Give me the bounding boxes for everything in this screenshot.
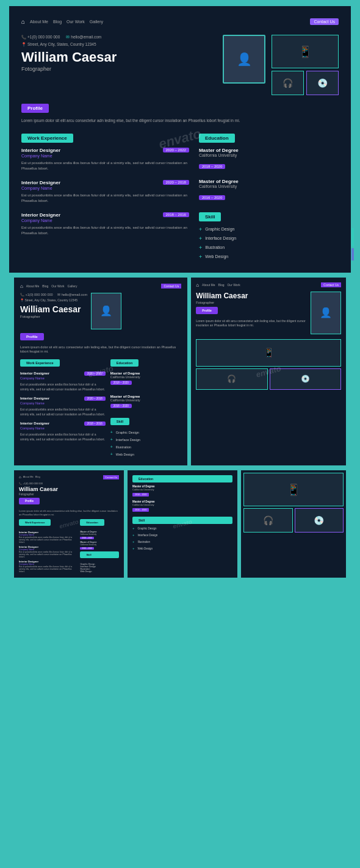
- small-card-2: envato Education Master of Degree Califo…: [128, 470, 237, 578]
- job-desc-3: Est ut possidunbitis ance andia illos bo…: [21, 225, 189, 236]
- deco-row: 🎧 💿: [272, 71, 339, 95]
- med-left-header: 📞 +1(0) 000 000 000 ✉ hello@email.com 📍 …: [20, 293, 181, 329]
- med-skill-3: +Illustration: [110, 445, 181, 449]
- sm2-skill-4: +Web Design: [132, 547, 232, 550]
- email-info: ✉hello@email.com: [66, 35, 101, 40]
- job-title-3: Interior Designer: [21, 212, 60, 218]
- home-icon[interactable]: ⌂: [21, 18, 25, 25]
- skill-3: +Illustration: [199, 245, 339, 251]
- edu-date-1: 2018 – 2020: [199, 164, 225, 169]
- phone-info: 📞+1(0) 000 000 000: [21, 35, 60, 40]
- med-edu-1: Master of Degree California University 2…: [110, 371, 181, 389]
- small-card-1: envato ⌂ About Me Blog Contact Us 📞 +1(0…: [14, 470, 124, 578]
- sm3-deco-1: 📱: [243, 473, 344, 506]
- nav-bar: ⌂ About Me Blog Our Work Gallery Contact…: [21, 16, 339, 27]
- nav-item-ourwork[interactable]: Our Work: [67, 20, 85, 24]
- med-edu-label: Education: [110, 359, 139, 367]
- person-subtitle: Fotographer: [21, 66, 217, 72]
- sm3-deco-3: 💿: [295, 508, 344, 533]
- right-card-text: William Caesar Fotographer Profile Lorem…: [196, 292, 307, 334]
- job-date-1: 2020 – 2022: [163, 148, 189, 152]
- edu-date-2: 2016 – 2020: [199, 195, 225, 200]
- med-skill-label: Skill: [110, 418, 129, 425]
- right-profile-label: Profile: [196, 307, 218, 314]
- med-edu-2: Master of Degree California University 2…: [110, 395, 181, 412]
- sm1-cols: Work Experience Interior Designer Compan…: [19, 519, 119, 573]
- job-desc-1: Est ut possidunbitis ance andia illos bo…: [21, 160, 189, 171]
- med-job-3: Interior Designer 2018 – 2016 Company Na…: [20, 421, 106, 442]
- main-resume-card: envato ⌂ About Me Blog Our Work Gallery …: [9, 6, 351, 273]
- deco-box-2: 🎧: [272, 71, 304, 95]
- nav-item-about[interactable]: About Me: [30, 20, 48, 24]
- nav-item-gallery[interactable]: Gallery: [90, 20, 103, 24]
- edu-degree-2: Master of Degree: [199, 179, 339, 184]
- profile-label: Profile: [21, 104, 49, 113]
- job-desc-2: Est ut possidunbitis ance andia illos bo…: [21, 193, 189, 204]
- nav-item-blog[interactable]: Blog: [53, 20, 62, 24]
- education-label: Education: [199, 134, 235, 143]
- med-job-1: Interior Designer 2020 – 2022 Company Na…: [20, 371, 106, 392]
- med-profile-label: Profile: [20, 333, 44, 340]
- med-skill-1: +Graphic Design: [110, 430, 181, 434]
- right-deco-1: 📱: [196, 339, 341, 367]
- job-item-2: Interior Designer 2020 – 2018 Company Na…: [21, 180, 189, 204]
- skill-label: Skill: [199, 212, 221, 221]
- contact-button[interactable]: Contact Us: [310, 18, 339, 25]
- medium-card-left: envato ⌂ About Me Blog Our Work Gallery …: [14, 278, 187, 465]
- sm2-edu-label: Education: [132, 475, 232, 482]
- sm3-deco-row: 🎧 💿: [243, 508, 344, 533]
- job-title-2: Interior Designer: [21, 180, 60, 185]
- small-card-3: 📱 🎧 💿: [241, 470, 346, 578]
- right-profile-text: Lorem ipsum dolor sit elit arcu consecte…: [196, 319, 307, 328]
- right-deco-2: 🎧: [196, 368, 267, 390]
- job-date-3: 2018 – 2016: [163, 212, 189, 217]
- right-deco: 📱 🎧 💿: [196, 339, 341, 390]
- edu-school-1: California University: [199, 153, 339, 157]
- sm2-skill-3: +Illustration: [132, 540, 232, 543]
- med-edu-col: Education Master of Degree California Un…: [110, 359, 181, 459]
- edu-skills-section: Education Master of Degree California Un…: [199, 131, 339, 263]
- med-job-2: Interior Designer 2020 – 2018 Company Na…: [20, 396, 106, 417]
- skill-2: +Interface Design: [199, 235, 339, 242]
- job-date-2: 2020 – 2018: [163, 180, 189, 185]
- small-nav: ⌂ About Me Blog Our Work Gallery Contact…: [20, 284, 181, 289]
- med-two-col: Work Experience Interior Designer 2020 –…: [20, 359, 181, 459]
- med-left-text: 📞 +1(0) 000 000 000 ✉ hello@email.com 📍 …: [20, 293, 87, 329]
- med-work-col: Work Experience Interior Designer 2020 –…: [20, 359, 106, 459]
- deco-images: 📱 🎧 💿: [272, 35, 339, 95]
- skill-4: +Web Design: [199, 254, 339, 260]
- bottom-cards-row: envato ⌂ About Me Blog Contact Us 📞 +1(0…: [9, 470, 351, 578]
- right-deco-row: 🎧 💿: [196, 368, 341, 390]
- right-header: William Caesar Fotographer Profile Lorem…: [196, 292, 341, 334]
- address-info: 📍Street, Any City, States, Country 12345: [21, 42, 96, 47]
- profile-text: Lorem ipsum dolor sit elit arcu consecte…: [21, 118, 339, 124]
- small-nav-r: ⌂ About Me Blog Our Work Contact Us: [196, 282, 341, 288]
- med-skill-2: +Interface Design: [110, 437, 181, 442]
- deco-box-3: 💿: [306, 71, 339, 95]
- edu-degree-1: Master of Degree: [199, 148, 339, 153]
- profile-photo: 👤: [223, 35, 265, 84]
- right-photo: 👤: [311, 292, 341, 334]
- sm1-work: Work Experience Interior Designer Compan…: [19, 519, 77, 573]
- sm3-deco-2: 🎧: [243, 508, 293, 533]
- sm2-skill-1: +Graphic Design: [132, 526, 232, 530]
- job-company-3: Company Name: [21, 218, 189, 223]
- sm-profile-label-1: Profile: [19, 498, 40, 504]
- med-photo: 👤: [91, 293, 121, 329]
- contact-row: 📞+1(0) 000 000 000 ✉hello@email.com: [21, 35, 217, 40]
- edu-item-2: Master of Degree California University 2…: [199, 179, 339, 204]
- job-title-1: Interior Designer: [21, 148, 60, 153]
- job-company-1: Company Name: [21, 154, 189, 158]
- med-skills: +Graphic Design +Interface Design +Illus…: [110, 430, 181, 456]
- medium-card-right: envato ⌂ About Me Blog Our Work Contact …: [191, 278, 346, 465]
- tiny-nav-1: ⌂ About Me Blog Contact Us: [19, 475, 119, 479]
- job-item-3: Interior Designer 2018 – 2016 Company Na…: [21, 212, 189, 236]
- right-deco-3: 💿: [270, 368, 341, 390]
- skill-1: +Graphic Design: [199, 226, 339, 232]
- two-column-section: Work Experience Interior Designer 2020 –…: [21, 131, 339, 263]
- job-company-2: Company Name: [21, 186, 189, 190]
- work-experience-label: Work Experience: [21, 134, 73, 143]
- medium-cards-row: envato ⌂ About Me Blog Our Work Gallery …: [9, 278, 351, 465]
- header-text: 📞+1(0) 000 000 000 ✉hello@email.com 📍Str…: [21, 35, 217, 72]
- deco-box-1: 📱: [272, 35, 339, 68]
